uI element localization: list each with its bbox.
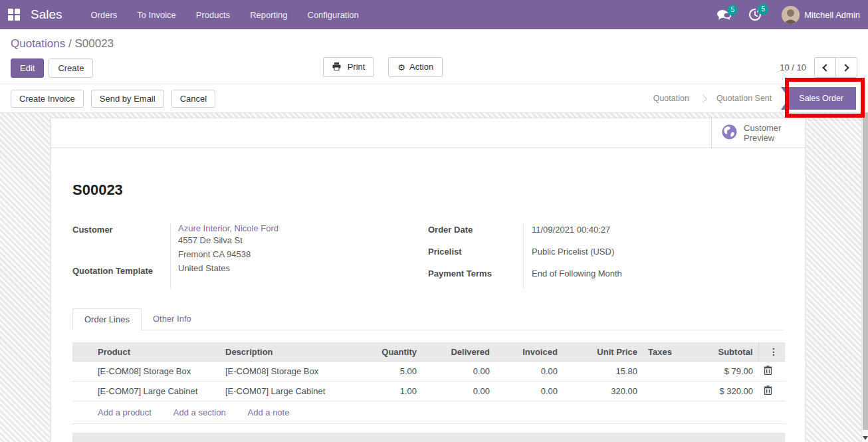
form-sheet: Customer Preview S00023 Customer Quotati… (50, 118, 806, 442)
terms-placeholder-bar (72, 433, 785, 442)
cell-unit-price[interactable]: 15.80 (563, 362, 643, 382)
tab-order-lines[interactable]: Order Lines (72, 308, 142, 330)
cell-subtotal: $ 320.00 (680, 382, 758, 401)
activities-button[interactable]: 5 (742, 5, 768, 24)
address-line-2: Fremont CA 94538 (178, 247, 428, 261)
col-taxes[interactable]: Taxes (643, 342, 680, 362)
cell-quantity[interactable]: 5.00 (349, 362, 422, 382)
add-a-note-link[interactable]: Add a note (248, 407, 290, 417)
order-date-label: Order Date (428, 223, 523, 245)
pager-next-button[interactable] (835, 57, 857, 78)
scrollbar-down-button[interactable] (862, 436, 868, 440)
breadcrumb-quotations[interactable]: Quotations (11, 37, 65, 50)
cell-product[interactable]: [E-COM08] Storage Box (92, 362, 220, 382)
pager: 10 / 10 (780, 57, 857, 78)
tab-other-info[interactable]: Other Info (142, 308, 203, 330)
cell-delivered[interactable]: 0.00 (422, 382, 495, 401)
pricelist-label: Pricelist (428, 245, 523, 267)
chevron-left-icon (822, 64, 829, 71)
trash-icon (764, 366, 772, 375)
step-sales-order-active[interactable]: Sales Order (781, 87, 856, 110)
add-a-product-link[interactable]: Add a product (98, 407, 152, 417)
address-line-3: United States (178, 261, 428, 275)
action-button[interactable]: ⚙Action (388, 57, 443, 77)
delete-line-button[interactable] (764, 366, 772, 377)
customer-preview-label: Customer Preview (744, 123, 786, 143)
statusbar: Create Invoice Send by Email Cancel Quot… (0, 84, 868, 113)
optional-columns-button[interactable]: ⋮ (758, 342, 785, 362)
payment-terms-value: End of Following Month (523, 267, 784, 289)
messages-button[interactable]: 5 (710, 6, 738, 23)
col-delivered[interactable]: Delivered (422, 342, 495, 362)
right-field-group: Order Date 11/09/2021 00:40:27 Pricelist… (428, 223, 784, 289)
col-unit-price[interactable]: Unit Price (563, 342, 643, 362)
nav-menu: Orders To Invoice Products Reporting Con… (81, 0, 369, 29)
nav-item-reporting[interactable]: Reporting (240, 0, 297, 29)
button-box: Customer Preview (51, 118, 806, 148)
pager-previous-button[interactable] (814, 57, 836, 78)
create-button[interactable]: Create (49, 58, 93, 78)
left-field-group: Customer Quotation Template Azure Interi… (72, 223, 428, 289)
vertical-dots-icon: ⋮ (769, 346, 778, 357)
order-line-row[interactable]: [E-COM07] Large Cabinet [E-COM07] Large … (72, 382, 785, 401)
cell-invoiced[interactable]: 0.00 (495, 362, 563, 382)
top-navbar: Sales Orders To Invoice Products Reporti… (0, 0, 868, 29)
add-a-section-link[interactable]: Add a section (173, 407, 226, 417)
cell-unit-price[interactable]: 320.00 (563, 382, 643, 401)
col-subtotal[interactable]: Subtotal (680, 342, 758, 362)
apps-menu-icon[interactable] (8, 9, 20, 21)
step-quotation[interactable]: Quotation (653, 94, 689, 103)
breadcrumb: Quotations / S00023 (0, 29, 868, 52)
quotation-template-label: Quotation Template (72, 266, 170, 276)
user-name: Mitchell Admin (804, 10, 860, 20)
cell-description[interactable]: [E-COM07] Large Cabinet (220, 382, 349, 401)
cell-taxes[interactable] (643, 362, 680, 382)
customer-label: Customer (72, 225, 170, 235)
globe-icon (721, 124, 738, 143)
activities-badge: 5 (758, 4, 768, 15)
status-steps: Quotation Quotation Sent Sales Order (653, 84, 868, 112)
customer-value[interactable]: Azure Interior, Nicole Ford (178, 223, 428, 233)
nav-item-to-invoice[interactable]: To Invoice (127, 0, 186, 29)
trash-icon (764, 386, 772, 395)
order-line-row[interactable]: [E-COM08] Storage Box [E-COM08] Storage … (72, 362, 785, 382)
form-view-content: Customer Preview S00023 Customer Quotati… (0, 113, 868, 442)
cancel-button[interactable]: Cancel (171, 90, 215, 108)
cell-invoiced[interactable]: 0.00 (495, 382, 563, 401)
cell-taxes[interactable] (643, 382, 680, 401)
step-quotation-sent[interactable]: Quotation Sent (716, 94, 772, 103)
order-lines-table: Product Description Quantity Delivered I… (72, 342, 785, 424)
create-invoice-button[interactable]: Create Invoice (11, 90, 84, 108)
cell-product[interactable]: [E-COM07] Large Cabinet (92, 382, 220, 401)
cell-description[interactable]: [E-COM08] Storage Box (220, 362, 349, 382)
nav-item-products[interactable]: Products (186, 0, 240, 29)
cell-quantity[interactable]: 1.00 (349, 382, 422, 401)
send-by-email-button[interactable]: Send by Email (91, 90, 164, 108)
triangle-down-icon (863, 436, 868, 440)
cell-subtotal: $ 79.00 (680, 362, 758, 382)
app-brand[interactable]: Sales (31, 7, 62, 22)
nav-item-configuration[interactable]: Configuration (298, 0, 369, 29)
col-product[interactable]: Product (92, 342, 220, 362)
payment-terms-label: Payment Terms (428, 267, 523, 289)
chevron-right-icon (841, 64, 849, 71)
printer-icon (332, 62, 344, 72)
address-line-1: 4557 De Silva St (178, 233, 428, 247)
pager-count: 10 / 10 (780, 62, 806, 72)
scrollbar-thumb[interactable] (863, 112, 868, 430)
cell-delivered[interactable]: 0.00 (422, 362, 495, 382)
vertical-scrollbar[interactable] (861, 83, 868, 442)
handle-column-header (72, 342, 92, 362)
col-invoiced[interactable]: Invoiced (495, 342, 563, 362)
customer-preview-button[interactable]: Customer Preview (711, 118, 806, 148)
breadcrumb-separator: / (68, 37, 72, 50)
control-panel: Quotations / S00023 Edit Create Print ⚙A… (0, 29, 868, 84)
table-footer-links-row: Add a product Add a section Add a note (72, 401, 785, 424)
col-description[interactable]: Description (220, 342, 349, 362)
nav-item-orders[interactable]: Orders (81, 0, 128, 29)
print-button[interactable]: Print (323, 57, 374, 77)
col-quantity[interactable]: Quantity (349, 342, 422, 362)
edit-button[interactable]: Edit (11, 58, 44, 78)
user-menu[interactable]: Mitchell Admin (782, 6, 860, 24)
delete-line-button[interactable] (764, 386, 772, 397)
